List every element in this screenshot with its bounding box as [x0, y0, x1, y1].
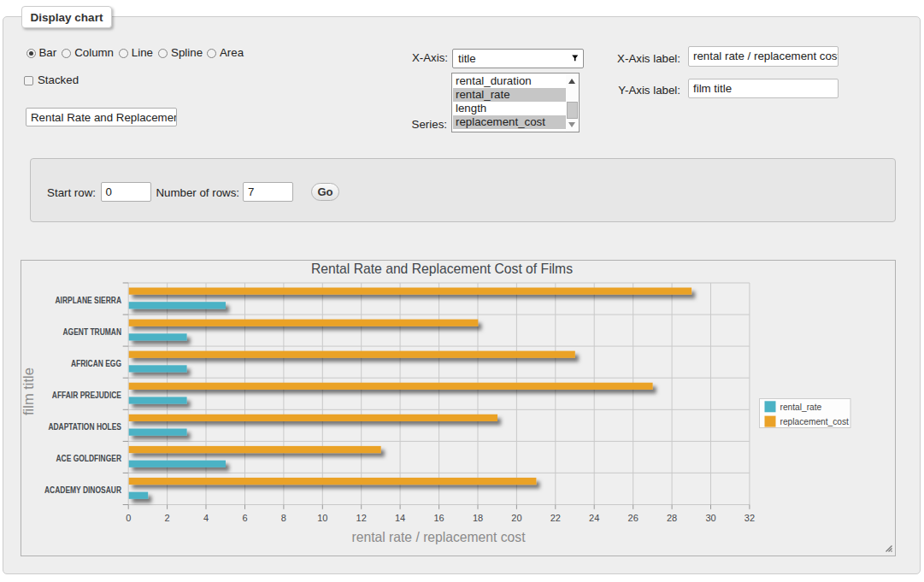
svg-text:Rental Rate and Replacement Co: Rental Rate and Replacement Cost of Film…	[311, 262, 573, 276]
svg-text:28: 28	[667, 513, 677, 523]
svg-text:ACADEMY DINOSAUR: ACADEMY DINOSAUR	[44, 485, 122, 495]
svg-text:ADAPTATION HOLES: ADAPTATION HOLES	[48, 422, 121, 432]
svg-text:12: 12	[356, 513, 367, 523]
svg-text:AFRICAN EGG: AFRICAN EGG	[71, 359, 121, 368]
svg-text:10: 10	[317, 513, 327, 523]
svg-text:replacement_cost: replacement_cost	[780, 417, 850, 426]
svg-text:32: 32	[744, 513, 755, 523]
svg-text:rental rate / replacement cost: rental rate / replacement cost	[352, 529, 526, 544]
svg-text:22: 22	[550, 513, 561, 523]
svg-text:0: 0	[126, 513, 131, 523]
svg-text:24: 24	[589, 513, 599, 523]
svg-text:8: 8	[281, 513, 286, 523]
svg-text:18: 18	[473, 513, 483, 523]
svg-text:AIRPLANE SIERRA: AIRPLANE SIERRA	[56, 296, 122, 305]
svg-text:AGENT TRUMAN: AGENT TRUMAN	[63, 327, 122, 337]
svg-text:14: 14	[395, 513, 405, 523]
svg-text:20: 20	[511, 513, 521, 523]
svg-text:2: 2	[165, 513, 170, 523]
svg-text:ACE GOLDFINGER: ACE GOLDFINGER	[56, 454, 122, 463]
svg-text:26: 26	[628, 513, 639, 523]
svg-text:4: 4	[203, 513, 209, 523]
svg-text:30: 30	[705, 513, 715, 523]
svg-text:rental_rate: rental_rate	[780, 403, 822, 412]
svg-text:6: 6	[242, 513, 247, 523]
svg-text:AFFAIR PREJUDICE: AFFAIR PREJUDICE	[52, 391, 121, 400]
svg-text:16: 16	[433, 513, 444, 523]
svg-text:film title: film title	[21, 367, 36, 415]
